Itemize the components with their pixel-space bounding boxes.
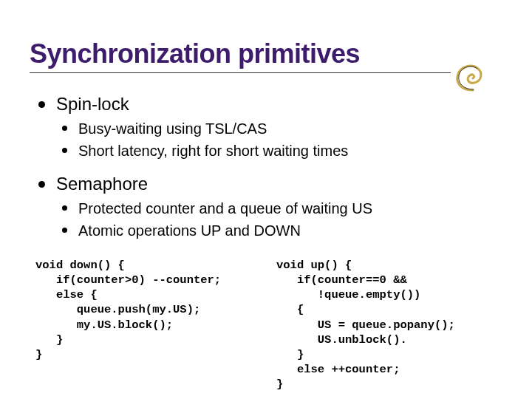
list-item: Short latency, right for short waiting t… — [56, 141, 502, 160]
slide-content: Spin-lock Busy-waiting using TSL/CAS Sho… — [30, 94, 502, 392]
heading-text: Semaphore — [56, 174, 148, 194]
list-item: Busy-waiting using TSL/CAS — [56, 119, 502, 138]
section-heading: Spin-lock Busy-waiting using TSL/CAS Sho… — [35, 94, 502, 160]
slide-title: Synchronization primitives — [30, 38, 451, 73]
swirl-icon — [452, 61, 494, 93]
title-region: Synchronization primitives — [30, 38, 502, 73]
semaphore-items: Protected counter and a queue of waiting… — [56, 199, 502, 240]
section-heading: Semaphore Protected counter and a queue … — [35, 174, 502, 240]
section-spinlock: Spin-lock Busy-waiting using TSL/CAS Sho… — [35, 94, 502, 160]
slide: Synchronization primitives Spin-lock Bus… — [0, 0, 532, 399]
list-item: Protected counter and a queue of waiting… — [56, 199, 502, 218]
spinlock-items: Busy-waiting using TSL/CAS Short latency… — [56, 119, 502, 160]
list-item: Atomic operations UP and DOWN — [56, 221, 502, 240]
code-row: void down() { if(counter>0) --counter; e… — [35, 258, 502, 392]
heading-text: Spin-lock — [56, 94, 129, 114]
section-semaphore: Semaphore Protected counter and a queue … — [35, 174, 502, 240]
code-down: void down() { if(counter>0) --counter; e… — [35, 258, 262, 392]
code-up: void up() { if(counter==0 && !queue.empt… — [276, 258, 502, 392]
